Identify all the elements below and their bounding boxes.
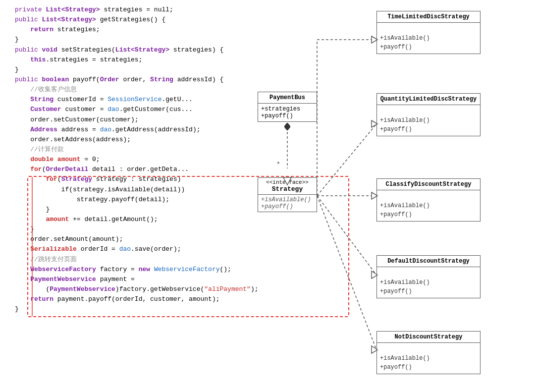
code-line: } [15,65,342,75]
classify-discount-method-1: +isAvailable() [380,201,477,210]
code-line: double amount = 0; [15,155,342,165]
time-limited-method-1: +isAvailable() [380,34,477,43]
code-line: public List<Strategy> getStrategies() { [15,15,342,25]
classify-discount-body: +isAvailable() +payoff() [377,190,480,221]
default-discount-title: DefaultDiscountStrategy [377,256,480,267]
not-discount-method-1: +isAvailable() [380,354,477,363]
quantity-limited-method-2: +payoff() [380,125,477,134]
code-line: } [15,35,342,45]
strategy-interface-title: <<interface>> Strategy [258,178,317,195]
strategy-method-1: +isAvailable() [261,196,314,203]
not-discount-method-2: +payoff() [380,363,477,372]
quantity-limited-disc-strategy-box: QuantityLimitedDiscStrategy +isAvailable… [376,93,481,136]
main-container: private List<Strategy> strategies = null… [0,0,535,392]
code-line: order.setAddress(address); [15,135,342,145]
not-discount-strategy-box: NotDiscountStrategy +isAvailable() +payo… [376,331,481,374]
time-limited-body: +isAvailable() +payoff() [377,23,480,54]
code-line: Address address = dao.getAddress(address… [15,125,342,135]
payment-bus-title: PaymentBus [258,92,317,104]
strategy-stereotype: <<interface>> [261,179,314,185]
not-discount-title: NotDiscountStrategy [377,332,480,343]
quantity-limited-body: +isAvailable() +payoff() [377,105,480,136]
time-limited-title: TimeLimitedDiscStrategy [377,11,480,23]
strategy-method-2: +payoff() [261,203,314,210]
code-line: return strategies; [15,25,342,35]
quantity-limited-method-1: +isAvailable() [380,116,477,125]
code-line: this.strategies = strategies; [15,55,342,65]
time-limited-disc-strategy-box: TimeLimitedDiscStrategy +isAvailable() +… [376,11,481,54]
default-discount-method-2: +payoff() [380,287,477,296]
code-line: for(OrderDetail detail : order.getDeta..… [15,165,342,174]
code-line: private List<Strategy> strategies = null… [15,5,342,15]
not-discount-body: +isAvailable() +payoff() [377,343,480,374]
code-line: //计算付款 [15,145,342,155]
classify-discount-method-2: +payoff() [380,210,477,219]
code-line: public boolean payoff(Order order, Strin… [15,75,342,85]
payment-bus-method: +payoff() [261,112,314,119]
payment-bus-body: +strategies +payoff() [258,104,317,121]
payment-bus-field: +strategies [261,106,314,112]
default-discount-method-1: +isAvailable() [380,278,477,287]
default-discount-strategy-box: DefaultDiscountStrategy +isAvailable() +… [376,255,481,298]
classify-discount-title: ClassifyDiscountStrategy [377,179,480,190]
payment-bus-uml-box: PaymentBus +strategies +payoff() [258,92,317,122]
code-line: public void setStrategies(List<Strategy>… [15,45,342,55]
default-discount-body: +isAvailable() +payoff() [377,267,480,298]
quantity-limited-title: QuantityLimitedDiscStrategy [377,94,480,105]
strategy-body: +isAvailable() +payoff() [258,195,317,212]
classify-discount-strategy-box: ClassifyDiscountStrategy +isAvailable() … [376,178,481,222]
strategy-name: Strategy [261,185,314,193]
strategy-interface-uml-box: <<interface>> Strategy +isAvailable() +p… [258,177,317,212]
time-limited-method-2: +payoff() [380,43,477,52]
